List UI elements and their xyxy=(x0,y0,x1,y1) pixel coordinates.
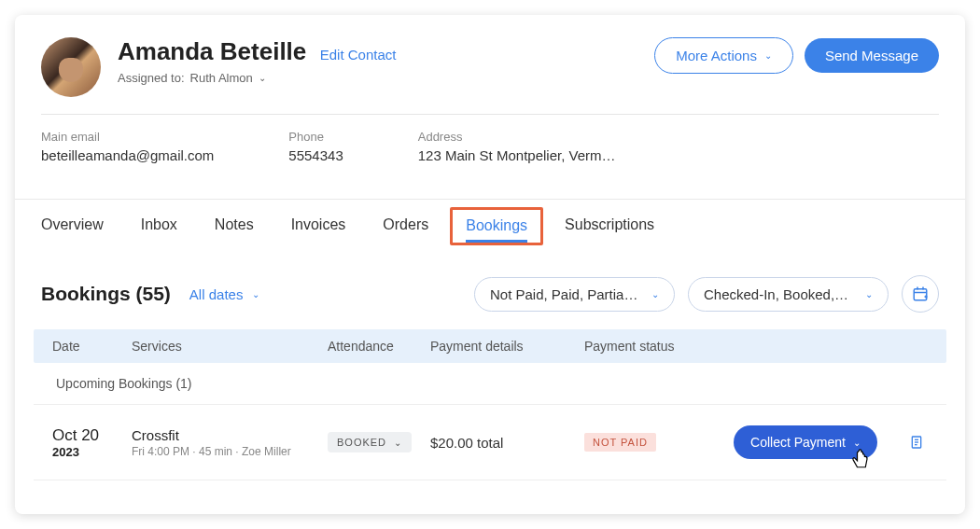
assigned-to-dropdown[interactable]: Assigned to: Ruth Almon ⌄ xyxy=(118,71,396,85)
tab-bookings[interactable]: Bookings xyxy=(466,216,527,243)
chevron-down-icon: ⌄ xyxy=(252,289,259,299)
attendance-value: BOOKED xyxy=(337,437,386,448)
date-filter-dropdown[interactable]: All dates ⌄ xyxy=(189,286,260,302)
status-filter-dropdown[interactable]: Checked-In, Booked,… ⌄ xyxy=(688,277,889,312)
send-message-label: Send Message xyxy=(825,48,918,63)
phone-value: 5554343 xyxy=(288,147,343,163)
chevron-down-icon: ⌄ xyxy=(764,50,772,61)
payment-amount: $20.00 total xyxy=(430,435,584,451)
contact-card: Amanda Beteille Edit Contact Assigned to… xyxy=(15,15,965,514)
payment-filter-label: Not Paid, Paid, Partia… xyxy=(490,286,637,302)
booking-date-year: 2023 xyxy=(52,445,132,459)
highlight-box: Bookings xyxy=(450,207,543,245)
bookings-section: Bookings (55) All dates ⌄ Not Paid, Paid… xyxy=(15,253,965,480)
upcoming-section-label: Upcoming Bookings (1) xyxy=(34,363,946,405)
status-badge: NOT PAID xyxy=(584,433,656,452)
col-date: Date xyxy=(52,339,132,354)
contact-name: Amanda Beteille xyxy=(118,37,306,65)
tab-overview[interactable]: Overview xyxy=(41,200,104,253)
collect-payment-button[interactable]: Collect Payment ⌄ xyxy=(734,425,877,459)
tabs: Overview Inbox Notes Invoices Orders Boo… xyxy=(15,199,965,253)
status-filter-label: Checked-In, Booked,… xyxy=(704,286,848,302)
address-label: Address xyxy=(418,130,939,144)
email-label: Main email xyxy=(41,130,214,144)
chevron-down-icon: ⌄ xyxy=(651,289,659,299)
chevron-down-icon: ⌄ xyxy=(865,289,873,299)
tab-orders[interactable]: Orders xyxy=(383,200,428,253)
payment-filter-dropdown[interactable]: Not Paid, Paid, Partia… ⌄ xyxy=(474,277,675,312)
booking-date-day: Oct 20 xyxy=(52,426,132,445)
tab-notes[interactable]: Notes xyxy=(215,200,254,253)
attendance-dropdown[interactable]: BOOKED ⌄ xyxy=(328,432,412,452)
avatar xyxy=(41,37,101,97)
more-actions-button[interactable]: More Actions ⌄ xyxy=(654,37,793,74)
assigned-value: Ruth Almon xyxy=(190,71,253,85)
col-status: Payment status xyxy=(584,339,715,354)
chevron-down-icon: ⌄ xyxy=(853,438,861,448)
chevron-down-icon: ⌄ xyxy=(259,73,266,83)
table-header: Date Services Attendance Payment details… xyxy=(34,329,946,363)
header-section: Amanda Beteille Edit Contact Assigned to… xyxy=(15,15,965,180)
service-meta: Fri 4:00 PM · 45 min · Zoe Miller xyxy=(132,445,328,458)
table-row: Oct 20 2023 Crossfit Fri 4:00 PM · 45 mi… xyxy=(34,405,946,480)
tab-inbox[interactable]: Inbox xyxy=(141,200,177,253)
edit-contact-link[interactable]: Edit Contact xyxy=(320,47,397,63)
date-filter-label: All dates xyxy=(189,286,244,302)
phone-label: Phone xyxy=(288,130,343,144)
bookings-title: Bookings (55) xyxy=(41,283,171,305)
collect-payment-label: Collect Payment xyxy=(750,435,846,450)
calendar-add-button[interactable] xyxy=(902,275,939,313)
document-icon[interactable] xyxy=(909,434,924,451)
svg-rect-0 xyxy=(914,289,927,300)
email-value: beteilleamanda@gmail.com xyxy=(41,147,214,163)
divider xyxy=(41,114,939,115)
col-services: Services xyxy=(132,339,328,354)
calendar-plus-icon xyxy=(912,285,929,302)
tab-invoices[interactable]: Invoices xyxy=(291,200,346,253)
send-message-button[interactable]: Send Message xyxy=(805,38,939,73)
tab-subscriptions[interactable]: Subscriptions xyxy=(565,200,654,253)
col-payment: Payment details xyxy=(430,339,584,354)
service-name: Crossfit xyxy=(132,427,328,443)
more-actions-label: More Actions xyxy=(676,48,757,63)
chevron-down-icon: ⌄ xyxy=(394,438,402,448)
address-value: 123 Main St Montpelier, Vermo… xyxy=(418,147,623,163)
assigned-prefix: Assigned to: xyxy=(118,71,185,85)
col-attendance: Attendance xyxy=(328,339,430,354)
